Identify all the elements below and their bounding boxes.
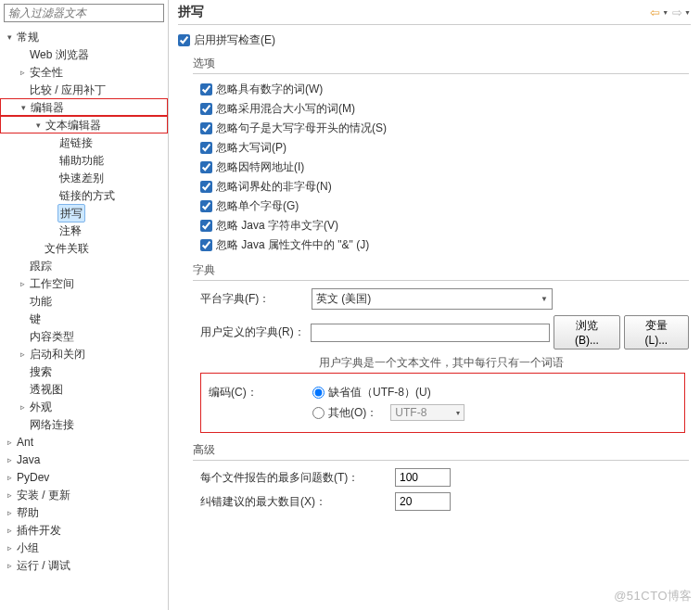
encoding-group: 编码(C)： 缺省值（UTF-8）(U) 其他(O)： UTF-8 ▾ [200,373,685,433]
max-suggest-input[interactable] [395,492,451,511]
opt-w-checkbox[interactable] [200,83,212,95]
user-dict-label: 用户定义的字典(R)： [200,324,311,340]
opt-i-checkbox[interactable] [200,161,212,173]
tree-function[interactable]: 功能 [0,292,168,310]
tree-tracking[interactable]: 跟踪 [0,257,168,274]
page-title: 拼写 [178,4,204,20]
encoding-label: 编码(C)： [209,385,312,400]
opt-g-label: 忽略单个字母(G) [216,198,299,214]
tree-content[interactable]: 内容类型 [0,327,168,345]
encoding-other-label: 其他(O)： [328,405,377,421]
tree-aux[interactable]: 辅助功能 [0,151,168,169]
opt-n-label: 忽略词界处的非字母(N) [216,179,332,195]
encoding-other-radio-input[interactable] [312,407,325,419]
opt-g-checkbox[interactable] [200,200,212,212]
tree-editor[interactable]: ▾编辑器 [0,98,168,116]
user-dict-hint: 用户字典是一个文本文件，其中每行只有一个词语 [193,355,689,371]
opt-w-label: 忽略具有数字的词(W) [216,82,323,97]
encoding-default-label: 缺省值（UTF-8）(U) [328,385,431,400]
tree-web[interactable]: Web 浏览器 [0,45,168,63]
opt-s-checkbox[interactable] [200,122,212,134]
encoding-other-value: UTF-8 [395,406,426,419]
tree-startup[interactable]: ▹启动和关闭 [0,345,168,362]
preferences-tree: ▾常规 Web 浏览器 ▹安全性 比较 / 应用补丁 ▾编辑器 ▾文本编辑器 超… [0,26,168,576]
opt-v-checkbox[interactable] [200,220,212,232]
forward-drop-icon[interactable]: ▼ [684,9,691,16]
max-problems-label: 每个文件报告的最多问题数(T)： [200,470,395,486]
tree-text-editor[interactable]: ▾文本编辑器 [0,116,168,133]
tree-security[interactable]: ▹安全性 [0,63,168,81]
chevron-down-icon: ▾ [456,409,460,417]
opt-m-checkbox[interactable] [200,103,212,115]
tree-run[interactable]: ▹运行 / 调试 [0,556,168,574]
platform-dict-value: 英文 (美国) [316,291,371,307]
tree-pydev[interactable]: ▹PyDev [0,468,168,486]
tree-help[interactable]: ▹帮助 [0,503,168,521]
tree-compare[interactable]: 比较 / 应用补丁 [0,81,168,98]
tree-spelling[interactable]: 拼写 [0,204,168,222]
dictionary-group: 字典 平台字典(F)： 英文 (美国) ▼ 用户定义的字典(R)： 浏览(B).… [193,262,689,433]
tree-quickdiff[interactable]: 快速差别 [0,169,168,186]
max-suggest-label: 纠错建议的最大数目(X)： [200,494,395,510]
opt-v-label: 忽略 Java 字符串文字(V) [216,218,338,234]
filter-input[interactable] [4,4,164,22]
enable-spellcheck-checkbox[interactable] [178,34,190,46]
encoding-default-radio-input[interactable] [312,387,325,399]
chevron-down-icon: ▼ [541,295,548,303]
browse-button[interactable]: 浏览(B)... [554,315,620,349]
tree-fileassoc[interactable]: 文件关联 [0,239,168,257]
opt-j-checkbox[interactable] [200,239,212,251]
back-drop-icon[interactable]: ▼ [662,9,668,16]
max-problems-input[interactable] [395,468,451,487]
tree-keys[interactable]: 键 [0,310,168,327]
tree-annotation[interactable]: 注释 [0,222,168,239]
options-title: 选项 [193,56,689,71]
forward-icon[interactable]: ⇨ [672,6,682,19]
tree-appearance[interactable]: ▹外观 [0,398,168,415]
dict-title: 字典 [193,262,689,278]
advanced-group: 高级 每个文件报告的最多问题数(T)： 纠错建议的最大数目(X)： [193,442,689,511]
tree-install[interactable]: ▹安装 / 更新 [0,486,168,503]
tree-hyperlink[interactable]: 超链接 [0,133,168,151]
opt-p-checkbox[interactable] [200,142,212,154]
variable-button[interactable]: 变量(L)... [624,315,689,349]
tree-linkmode[interactable]: 链接的方式 [0,186,168,204]
opt-n-checkbox[interactable] [200,181,212,193]
encoding-other-radio[interactable]: 其他(O)： [312,405,377,421]
platform-dict-select[interactable]: 英文 (美国) ▼ [312,288,553,310]
tree-search[interactable]: 搜索 [0,362,168,380]
enable-spellcheck-label: 启用拼写检查(E) [194,32,275,48]
opt-p-label: 忽略大写词(P) [216,140,286,156]
platform-dict-label: 平台字典(F)： [200,291,312,307]
options-group: 选项 忽略具有数字的词(W) 忽略采用混合大小写的词(M) 忽略句子是大写字母开… [193,56,689,253]
user-dict-input[interactable] [311,324,550,342]
adv-title: 高级 [193,442,689,458]
tree-team[interactable]: ▹小组 [0,539,168,556]
tree-general[interactable]: ▾常规 [0,28,168,45]
encoding-other-select[interactable]: UTF-8 ▾ [390,404,465,421]
tree-java[interactable]: ▹Java [0,451,168,468]
opt-i-label: 忽略因特网地址(I) [216,159,304,175]
tree-workspace[interactable]: ▹工作空间 [0,274,168,292]
tree-perspective[interactable]: 透视图 [0,380,168,398]
opt-m-label: 忽略采用混合大小写的词(M) [216,101,355,117]
back-icon[interactable]: ⇦ [650,6,660,19]
tree-plugin[interactable]: ▹插件开发 [0,521,168,539]
opt-s-label: 忽略句子是大写字母开头的情况(S) [216,121,387,136]
main-panel: 拼写 ⇦▼ ⇨▼ 启用拼写检查(E) 选项 忽略具有数字的词(W) 忽略采用混合… [169,0,700,610]
opt-j-label: 忽略 Java 属性文件中的 "&" (J) [216,237,369,253]
encoding-default-radio[interactable]: 缺省值（UTF-8）(U) [312,385,431,400]
sidebar: ▾常规 Web 浏览器 ▹安全性 比较 / 应用补丁 ▾编辑器 ▾文本编辑器 超… [0,0,169,610]
tree-network[interactable]: 网络连接 [0,415,168,433]
tree-ant[interactable]: ▹Ant [0,433,168,451]
